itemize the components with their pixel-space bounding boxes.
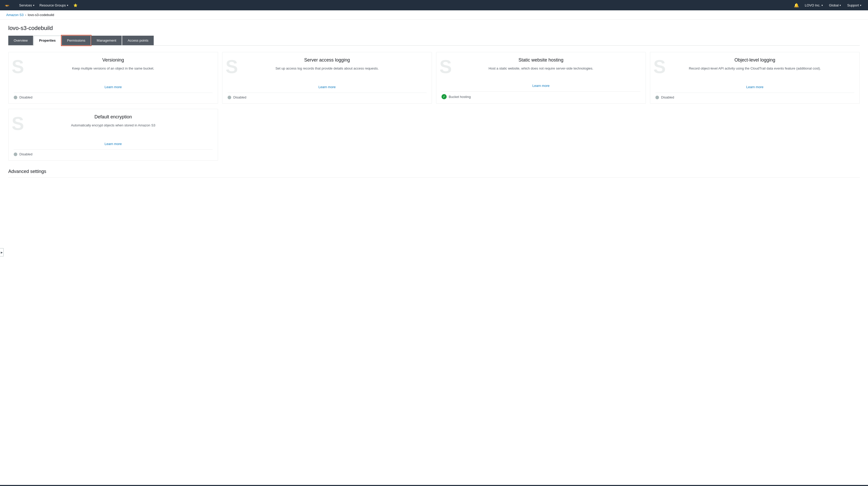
tab-access-points[interactable]: Access points (122, 36, 154, 45)
encryption-desc: Automatically encrypt objects when store… (14, 123, 213, 139)
static-website-status-label: Bucket hosting (449, 95, 471, 99)
static-website-status: ✓ Bucket hosting (441, 94, 641, 99)
navbar: aws Services ▾ Resource Groups ▾ ⭐ 🔔 LOV… (0, 0, 868, 10)
breadcrumb-current: lovo-s3-codebuild (28, 13, 54, 17)
encryption-learn-more[interactable]: Learn more (14, 142, 213, 146)
server-logging-learn-more[interactable]: Learn more (227, 85, 427, 89)
properties-cards-row1: S Versioning Keep multiple versions of a… (8, 52, 860, 104)
tab-management[interactable]: Management (91, 36, 122, 45)
object-logging-status-dot (655, 96, 659, 99)
notifications-bell-icon[interactable]: 🔔 (792, 3, 801, 8)
aws-logo[interactable]: aws (4, 2, 13, 8)
breadcrumb-parent-link[interactable]: Amazon S3 (6, 13, 24, 17)
static-website-learn-more[interactable]: Learn more (441, 84, 641, 88)
section-divider (8, 177, 860, 178)
static-website-card: S Static website hosting Host a static w… (436, 52, 646, 104)
versioning-desc: Keep multiple versions of an object in t… (14, 66, 213, 82)
server-logging-status-label: Disabled (233, 95, 246, 99)
versioning-learn-more[interactable]: Learn more (14, 85, 213, 89)
encryption-status-dot (14, 152, 17, 156)
properties-cards-row2: S Default encryption Automatically encry… (8, 109, 860, 161)
versioning-status-dot (14, 96, 17, 99)
object-logging-title: Object-level logging (655, 57, 854, 63)
encryption-status: Disabled (14, 152, 213, 156)
server-access-logging-card: S Server access logging Set up access lo… (222, 52, 432, 104)
object-logging-desc: Record object-level API activity using t… (655, 66, 854, 82)
versioning-status: Disabled (14, 95, 213, 99)
footer: 💬 Feedback 🌐 English (US) © 2008 - 2020,… (0, 485, 868, 486)
navbar-right: 🔔 LOVO Inc. ▾ Global ▾ Support ▾ (792, 0, 864, 10)
account-caret-icon: ▾ (822, 4, 823, 7)
object-logging-learn-more[interactable]: Learn more (655, 85, 854, 89)
support-menu[interactable]: Support ▾ (844, 0, 864, 10)
static-website-desc: Host a static website, which does not re… (441, 66, 641, 81)
object-level-logging-card: S Object-level logging Record object-lev… (650, 52, 860, 104)
resource-groups-menu[interactable]: Resource Groups ▾ (37, 0, 71, 10)
breadcrumb-separator: › (25, 13, 26, 17)
static-website-status-check-icon: ✓ (441, 94, 447, 99)
account-menu[interactable]: LOVO Inc. ▾ (802, 0, 826, 10)
versioning-card: S Versioning Keep multiple versions of a… (8, 52, 218, 104)
tab-properties[interactable]: Properties (34, 36, 61, 46)
advanced-settings-title: Advanced settings (8, 169, 860, 174)
bookmarks-icon[interactable]: ⭐ (71, 0, 80, 10)
tabs-bar: Overview Properties Permissions Manageme… (8, 36, 860, 46)
versioning-title: Versioning (14, 57, 213, 63)
advanced-settings-section: Advanced settings (8, 169, 860, 178)
object-logging-status: Disabled (655, 95, 854, 99)
versioning-status-label: Disabled (20, 95, 33, 99)
support-caret-icon: ▾ (860, 4, 861, 7)
static-website-title: Static website hosting (441, 57, 641, 63)
svg-text:aws: aws (5, 4, 9, 7)
page-title: lovo-s3-codebuild (8, 25, 860, 32)
region-menu[interactable]: Global ▾ (827, 0, 844, 10)
encryption-title: Default encryption (14, 114, 213, 120)
main-content: ▶ lovo-s3-codebuild Overview Properties … (0, 20, 868, 485)
default-encryption-card: S Default encryption Automatically encry… (8, 109, 218, 161)
object-logging-status-label: Disabled (661, 95, 674, 99)
server-logging-status-dot (227, 96, 231, 99)
tab-overview[interactable]: Overview (8, 36, 33, 45)
server-logging-desc: Set up access log records that provide d… (227, 66, 427, 82)
services-caret-icon: ▾ (33, 4, 34, 7)
region-caret-icon: ▾ (840, 4, 841, 7)
breadcrumb: Amazon S3 › lovo-s3-codebuild (0, 10, 868, 20)
services-menu[interactable]: Services ▾ (17, 0, 37, 10)
resource-groups-caret-icon: ▾ (67, 4, 68, 7)
server-logging-title: Server access logging (227, 57, 427, 63)
encryption-status-label: Disabled (20, 152, 33, 156)
server-logging-status: Disabled (227, 95, 427, 99)
tab-permissions[interactable]: Permissions (62, 36, 91, 45)
sidebar-toggle[interactable]: ▶ (0, 248, 4, 256)
